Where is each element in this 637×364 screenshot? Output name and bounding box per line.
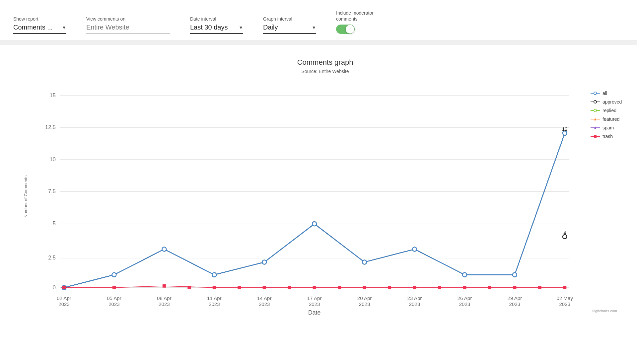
toggle-knob	[346, 25, 354, 34]
svg-text:12: 12	[562, 126, 568, 132]
all-dot	[112, 273, 116, 277]
chart-subtitle: Source: Entire Website	[20, 69, 630, 74]
trash-point	[313, 286, 316, 289]
show-report-select[interactable]: Comments ... ▼	[13, 24, 66, 34]
moderator-toggle-label: Include moderatorcomments	[336, 10, 374, 22]
svg-text:11 Apr: 11 Apr	[207, 296, 222, 301]
trash-point	[62, 286, 66, 289]
trash-point	[488, 286, 491, 289]
svg-text:2023: 2023	[259, 301, 270, 307]
trash-point	[263, 286, 266, 289]
show-report-arrow-icon: ▼	[62, 25, 66, 30]
all-dot	[462, 273, 467, 277]
date-interval-label: Date interval	[190, 16, 243, 22]
all-dot	[513, 273, 517, 277]
svg-text:2.5: 2.5	[48, 255, 56, 261]
svg-text:17 Apr: 17 Apr	[307, 296, 322, 301]
svg-text:7.5: 7.5	[48, 188, 56, 194]
trash-point	[513, 286, 516, 289]
legend-line-all	[591, 91, 600, 96]
date-interval-control: Date interval Last 30 days ▼	[190, 16, 243, 34]
legend-label-spam: spam	[602, 125, 614, 130]
show-report-control: Show report Comments ... ▼	[13, 16, 66, 34]
trash-point	[238, 286, 241, 289]
moderator-toggle[interactable]	[336, 25, 355, 34]
legend-line-replied	[591, 108, 600, 113]
approved-dot-end	[563, 235, 567, 239]
svg-text:08 Apr: 08 Apr	[157, 296, 172, 301]
svg-text:2023: 2023	[108, 301, 120, 307]
date-interval-value: Last 30 days	[190, 24, 228, 31]
svg-text:26 Apr: 26 Apr	[458, 296, 472, 301]
all-line	[64, 133, 565, 288]
trash-point	[213, 286, 216, 289]
svg-text:4: 4	[563, 230, 566, 235]
svg-text:15: 15	[50, 93, 56, 99]
chart-legend: all approved replied	[584, 87, 630, 306]
legend-item-spam: spam	[591, 125, 630, 130]
svg-text:2023: 2023	[58, 301, 70, 307]
svg-text:02 Apr: 02 Apr	[57, 296, 71, 301]
svg-text:20 Apr: 20 Apr	[357, 296, 372, 301]
svg-point-42	[594, 101, 597, 103]
trash-point	[463, 286, 466, 289]
legend-item-approved: approved	[591, 99, 630, 105]
svg-text:0: 0	[53, 284, 56, 290]
date-interval-select[interactable]: Last 30 days ▼	[190, 24, 243, 34]
svg-text:2023: 2023	[459, 301, 470, 307]
legend-label-all: all	[602, 91, 607, 96]
chart-wrapper: Number of Comments 0 2.5 5 7.5	[20, 87, 630, 306]
legend-item-trash: trash	[591, 134, 630, 139]
legend-line-featured	[591, 117, 600, 121]
svg-text:14 Apr: 14 Apr	[257, 296, 272, 301]
trash-point	[563, 286, 566, 289]
legend-label-replied: replied	[602, 108, 616, 113]
trash-point	[363, 286, 366, 289]
trash-point	[338, 286, 341, 289]
all-dot	[212, 273, 217, 277]
trash-point	[438, 286, 441, 289]
toolbar: Show report Comments ... ▼ View comments…	[0, 0, 637, 41]
moderator-toggle-control: Include moderatorcomments	[336, 10, 374, 34]
legend-label-featured: featured	[602, 116, 619, 122]
svg-text:2023: 2023	[159, 301, 170, 307]
trash-point	[187, 286, 191, 289]
svg-text:2023: 2023	[559, 301, 570, 307]
graph-interval-control: Graph interval Daily ▼	[263, 16, 316, 34]
svg-point-40	[594, 92, 597, 95]
svg-text:02 May: 02 May	[557, 296, 573, 301]
trash-point	[112, 286, 116, 289]
chart-inner: 0 2.5 5 7.5 10 12.5 15 02 Apr 2023 05 Ap…	[35, 87, 577, 306]
approved-line	[64, 133, 565, 288]
show-report-label: Show report	[13, 16, 66, 22]
trash-point	[163, 284, 166, 288]
all-dot	[412, 247, 417, 252]
graph-interval-label: Graph interval	[263, 16, 316, 22]
legend-label-approved: approved	[602, 99, 622, 105]
date-interval-arrow-icon: ▼	[239, 25, 243, 30]
svg-text:2023: 2023	[409, 301, 420, 307]
all-dot	[312, 222, 317, 226]
graph-interval-select[interactable]: Daily ▼	[263, 24, 316, 34]
legend-item-replied: replied	[591, 108, 630, 113]
svg-text:Date: Date	[308, 310, 320, 316]
view-comments-input[interactable]	[86, 24, 170, 34]
legend-item-all: all	[591, 91, 630, 96]
svg-text:2023: 2023	[359, 301, 370, 307]
svg-text:23 Apr: 23 Apr	[407, 296, 422, 301]
all-dot	[563, 131, 567, 135]
chart-container: Comments graph Source: Entire Website Nu…	[0, 45, 637, 326]
y-axis-label: Number of Comments	[20, 87, 28, 306]
legend-item-featured: featured	[591, 116, 630, 122]
graph-interval-value: Daily	[263, 24, 278, 31]
all-dot	[362, 260, 367, 264]
show-report-value: Comments ...	[13, 24, 53, 31]
svg-text:2023: 2023	[509, 301, 521, 307]
legend-line-approved	[591, 100, 600, 104]
svg-text:2023: 2023	[309, 301, 320, 307]
legend-label-trash: trash	[602, 134, 613, 139]
chart-svg: 0 2.5 5 7.5 10 12.5 15 02 Apr 2023 05 Ap…	[35, 87, 577, 304]
trash-point	[388, 286, 391, 289]
svg-text:12.5: 12.5	[45, 124, 56, 130]
legend-line-spam	[591, 125, 600, 130]
